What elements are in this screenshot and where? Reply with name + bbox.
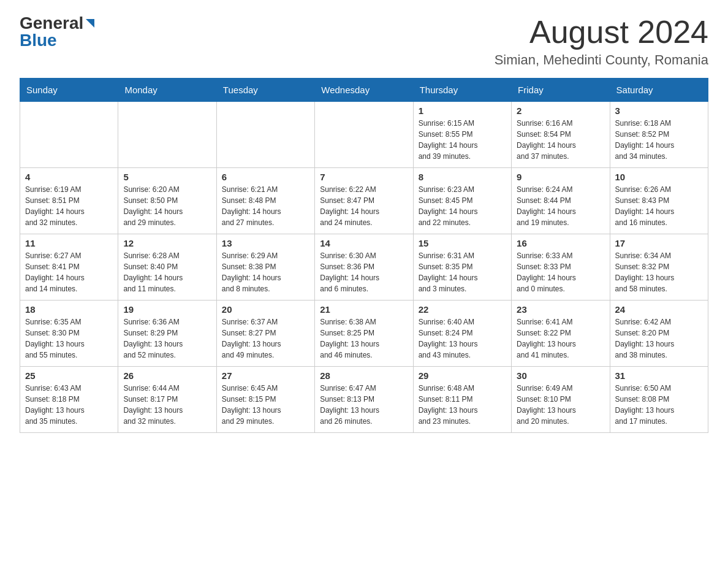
day-number: 21 [320, 304, 408, 315]
location-title: Simian, Mehedinti County, Romania [495, 52, 708, 68]
calendar-table: SundayMondayTuesdayWednesdayThursdayFrid… [20, 78, 708, 433]
calendar-cell: 7Sunrise: 6:22 AM Sunset: 8:47 PM Daylig… [315, 168, 413, 234]
calendar-cell: 14Sunrise: 6:30 AM Sunset: 8:36 PM Dayli… [315, 234, 413, 301]
calendar-cell: 3Sunrise: 6:18 AM Sunset: 8:52 PM Daylig… [610, 102, 708, 168]
day-info: Sunrise: 6:15 AM Sunset: 8:55 PM Dayligh… [419, 118, 506, 162]
day-number: 25 [25, 370, 113, 381]
day-number: 10 [615, 172, 703, 182]
calendar-cell: 20Sunrise: 6:37 AM Sunset: 8:27 PM Dayli… [216, 301, 314, 367]
calendar-cell: 12Sunrise: 6:28 AM Sunset: 8:40 PM Dayli… [118, 234, 216, 301]
logo: General Blue [20, 15, 97, 49]
calendar-cell: 31Sunrise: 6:50 AM Sunset: 8:08 PM Dayli… [610, 367, 708, 433]
day-number: 3 [615, 105, 703, 116]
logo-arrow-icon [83, 17, 97, 30]
day-info: Sunrise: 6:28 AM Sunset: 8:40 PM Dayligh… [123, 250, 211, 294]
day-number: 6 [222, 172, 309, 182]
calendar-cell: 13Sunrise: 6:29 AM Sunset: 8:38 PM Dayli… [216, 234, 314, 301]
day-info: Sunrise: 6:50 AM Sunset: 8:08 PM Dayligh… [615, 383, 703, 427]
day-number: 23 [517, 304, 604, 315]
calendar-header-saturday: Saturday [610, 79, 708, 102]
day-info: Sunrise: 6:16 AM Sunset: 8:54 PM Dayligh… [517, 118, 604, 162]
day-number: 8 [419, 172, 506, 182]
calendar-week-row: 11Sunrise: 6:27 AM Sunset: 8:41 PM Dayli… [20, 234, 708, 301]
calendar-cell: 1Sunrise: 6:15 AM Sunset: 8:55 PM Daylig… [413, 102, 511, 168]
day-number: 18 [25, 304, 113, 315]
day-info: Sunrise: 6:37 AM Sunset: 8:27 PM Dayligh… [222, 316, 309, 361]
day-number: 14 [320, 238, 408, 248]
calendar-week-row: 18Sunrise: 6:35 AM Sunset: 8:30 PM Dayli… [20, 301, 708, 367]
day-info: Sunrise: 6:23 AM Sunset: 8:45 PM Dayligh… [419, 184, 506, 228]
day-info: Sunrise: 6:41 AM Sunset: 8:22 PM Dayligh… [517, 316, 604, 361]
day-info: Sunrise: 6:19 AM Sunset: 8:51 PM Dayligh… [25, 184, 113, 228]
calendar-cell: 21Sunrise: 6:38 AM Sunset: 8:25 PM Dayli… [315, 301, 413, 367]
day-info: Sunrise: 6:29 AM Sunset: 8:38 PM Dayligh… [222, 250, 309, 294]
calendar-cell: 18Sunrise: 6:35 AM Sunset: 8:30 PM Dayli… [20, 301, 118, 367]
day-number: 31 [615, 370, 703, 381]
day-number: 5 [123, 172, 211, 182]
page-header: General Blue August 2024 Simian, Mehedin… [20, 15, 708, 68]
calendar-cell: 28Sunrise: 6:47 AM Sunset: 8:13 PM Dayli… [315, 367, 413, 433]
calendar-cell [216, 102, 314, 168]
calendar-header-wednesday: Wednesday [315, 79, 413, 102]
day-info: Sunrise: 6:40 AM Sunset: 8:24 PM Dayligh… [419, 316, 506, 361]
calendar-week-row: 1Sunrise: 6:15 AM Sunset: 8:55 PM Daylig… [20, 102, 708, 168]
day-number: 17 [615, 238, 703, 248]
calendar-cell: 5Sunrise: 6:20 AM Sunset: 8:50 PM Daylig… [118, 168, 216, 234]
calendar-cell [20, 102, 118, 168]
logo-blue-text: Blue [20, 32, 57, 49]
calendar-header-friday: Friday [512, 79, 610, 102]
day-number: 13 [222, 238, 309, 248]
calendar-cell: 19Sunrise: 6:36 AM Sunset: 8:29 PM Dayli… [118, 301, 216, 367]
day-number: 12 [123, 238, 211, 248]
day-number: 26 [123, 370, 211, 381]
day-number: 16 [517, 238, 604, 248]
day-info: Sunrise: 6:47 AM Sunset: 8:13 PM Dayligh… [320, 383, 408, 427]
day-number: 24 [615, 304, 703, 315]
day-info: Sunrise: 6:27 AM Sunset: 8:41 PM Dayligh… [25, 250, 113, 294]
calendar-cell: 26Sunrise: 6:44 AM Sunset: 8:17 PM Dayli… [118, 367, 216, 433]
logo-general-text: General [20, 15, 83, 32]
day-number: 19 [123, 304, 211, 315]
day-info: Sunrise: 6:36 AM Sunset: 8:29 PM Dayligh… [123, 316, 211, 361]
day-number: 9 [517, 172, 604, 182]
calendar-cell: 16Sunrise: 6:33 AM Sunset: 8:33 PM Dayli… [512, 234, 610, 301]
day-info: Sunrise: 6:20 AM Sunset: 8:50 PM Dayligh… [123, 184, 211, 228]
calendar-header-sunday: Sunday [20, 79, 118, 102]
day-number: 1 [419, 105, 506, 116]
day-number: 28 [320, 370, 408, 381]
day-number: 15 [419, 238, 506, 248]
day-info: Sunrise: 6:49 AM Sunset: 8:10 PM Dayligh… [517, 383, 604, 427]
calendar-cell: 6Sunrise: 6:21 AM Sunset: 8:48 PM Daylig… [216, 168, 314, 234]
calendar-cell: 17Sunrise: 6:34 AM Sunset: 8:32 PM Dayli… [610, 234, 708, 301]
calendar-cell: 22Sunrise: 6:40 AM Sunset: 8:24 PM Dayli… [413, 301, 511, 367]
day-info: Sunrise: 6:31 AM Sunset: 8:35 PM Dayligh… [419, 250, 506, 294]
day-info: Sunrise: 6:21 AM Sunset: 8:48 PM Dayligh… [222, 184, 309, 228]
day-number: 20 [222, 304, 309, 315]
day-info: Sunrise: 6:18 AM Sunset: 8:52 PM Dayligh… [615, 118, 703, 162]
title-section: August 2024 Simian, Mehedinti County, Ro… [495, 15, 708, 68]
day-info: Sunrise: 6:35 AM Sunset: 8:30 PM Dayligh… [25, 316, 113, 361]
calendar-header-row: SundayMondayTuesdayWednesdayThursdayFrid… [20, 79, 708, 102]
calendar-cell: 10Sunrise: 6:26 AM Sunset: 8:43 PM Dayli… [610, 168, 708, 234]
calendar-cell: 23Sunrise: 6:41 AM Sunset: 8:22 PM Dayli… [512, 301, 610, 367]
day-info: Sunrise: 6:44 AM Sunset: 8:17 PM Dayligh… [123, 383, 211, 427]
day-number: 2 [517, 105, 604, 116]
calendar-cell: 27Sunrise: 6:45 AM Sunset: 8:15 PM Dayli… [216, 367, 314, 433]
day-info: Sunrise: 6:30 AM Sunset: 8:36 PM Dayligh… [320, 250, 408, 294]
calendar-cell: 25Sunrise: 6:43 AM Sunset: 8:18 PM Dayli… [20, 367, 118, 433]
calendar-cell [315, 102, 413, 168]
svg-marker-0 [86, 19, 94, 28]
calendar-week-row: 25Sunrise: 6:43 AM Sunset: 8:18 PM Dayli… [20, 367, 708, 433]
calendar-header-monday: Monday [118, 79, 216, 102]
day-info: Sunrise: 6:38 AM Sunset: 8:25 PM Dayligh… [320, 316, 408, 361]
day-number: 22 [419, 304, 506, 315]
calendar-cell: 30Sunrise: 6:49 AM Sunset: 8:10 PM Dayli… [512, 367, 610, 433]
month-title: August 2024 [495, 15, 708, 50]
calendar-week-row: 4Sunrise: 6:19 AM Sunset: 8:51 PM Daylig… [20, 168, 708, 234]
calendar-cell: 4Sunrise: 6:19 AM Sunset: 8:51 PM Daylig… [20, 168, 118, 234]
day-number: 11 [25, 238, 113, 248]
calendar-cell [118, 102, 216, 168]
day-info: Sunrise: 6:48 AM Sunset: 8:11 PM Dayligh… [419, 383, 506, 427]
day-info: Sunrise: 6:43 AM Sunset: 8:18 PM Dayligh… [25, 383, 113, 427]
calendar-cell: 15Sunrise: 6:31 AM Sunset: 8:35 PM Dayli… [413, 234, 511, 301]
